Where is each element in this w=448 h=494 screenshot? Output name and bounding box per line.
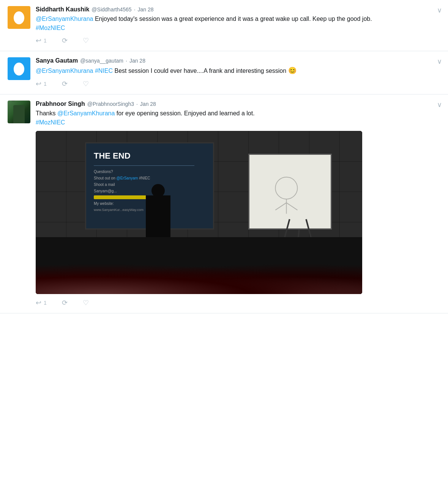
reply-count: 1: [44, 38, 47, 44]
whiteboard: [248, 154, 332, 230]
like-icon: ♡: [83, 299, 89, 307]
tweet-date: Jan 28: [138, 6, 154, 13]
screen-line2: Shout out on @ErSanyam #NIEC: [94, 176, 205, 180]
audience: [36, 264, 362, 294]
tweet-content: for eye opening session. Enjoyed and lea…: [117, 110, 255, 116]
tweet-content: Best session I could ever have....A fran…: [114, 68, 286, 74]
like-icon: ♡: [83, 36, 89, 45]
like-action[interactable]: ♡: [83, 36, 89, 45]
user-handle: @sanya__gautam: [80, 58, 123, 64]
tweet-date: Jan 28: [140, 101, 156, 107]
like-action[interactable]: ♡: [83, 299, 89, 307]
reply-action[interactable]: ↩ 1: [36, 299, 47, 307]
hashtag[interactable]: #MozNIEC: [36, 119, 65, 126]
mention[interactable]: @ErSanyamKhurana: [36, 68, 93, 74]
tweet-actions: ↩ 1 ⟳ ♡: [36, 36, 440, 45]
retweet-action[interactable]: ⟳: [62, 36, 68, 45]
user-name: Sanya Gautam: [36, 57, 78, 64]
user-name: Siddharth Kaushik: [36, 6, 89, 13]
avatar: [8, 6, 30, 29]
tweet-text: Thanks @ErSanyamKhurana for eye opening …: [36, 109, 440, 127]
retweet-icon: ⟳: [62, 299, 68, 307]
reply-action[interactable]: ↩ 1: [36, 36, 47, 45]
reply-icon: ↩: [36, 36, 41, 45]
tweet-content: Enjoyed today's session was a great expe…: [95, 16, 372, 22]
screen-title: THE END: [94, 151, 205, 161]
reply-icon: ↩: [36, 80, 41, 88]
like-icon: ♡: [83, 80, 89, 88]
tweet-1: Siddharth Kaushik @Siddharth4565 · Jan 2…: [0, 0, 448, 51]
tweet-header: Prabhnoor Singh @PrabhnoorSingh3 · Jan 2…: [36, 101, 440, 107]
retweet-icon: ⟳: [62, 80, 68, 88]
tweet-2: Sanya Gautam @sanya__gautam · Jan 28 @Er…: [0, 51, 448, 94]
screen-line3: Shoot a mail: [94, 182, 205, 187]
tweet-date: Jan 28: [129, 58, 145, 64]
tweet-header: Sanya Gautam @sanya__gautam · Jan 28: [36, 57, 440, 64]
svg-point-1: [14, 63, 24, 76]
egg-icon: [13, 10, 25, 25]
tweet-actions: ↩ 1 ⟳ ♡: [36, 299, 440, 307]
emoji: 😊: [288, 67, 297, 74]
tweet-body: Prabhnoor Singh @PrabhnoorSingh3 · Jan 2…: [36, 101, 440, 307]
like-action[interactable]: ♡: [83, 80, 89, 88]
svg-point-2: [275, 177, 297, 199]
mention[interactable]: @ErSanyamKhurana: [57, 110, 115, 116]
whiteboard-drawing: [257, 162, 323, 221]
room-scene: THE END Questions? Shout out on @ErSanya…: [36, 131, 362, 294]
person-head-silhouette: [9, 101, 17, 101]
screen-bar: [94, 195, 147, 199]
tweet-3: Prabhnoor Singh @PrabhnoorSingh3 · Jan 2…: [0, 94, 448, 313]
avatar: [8, 57, 30, 80]
tweet-text: @ErSanyamKhurana Enjoyed today's session…: [36, 14, 440, 33]
reply-count: 1: [44, 300, 47, 306]
tweet-body: Siddharth Kaushik @Siddharth4565 · Jan 2…: [36, 6, 440, 45]
hashtag-inline[interactable]: #NIEC: [95, 68, 113, 74]
retweet-action[interactable]: ⟳: [62, 80, 68, 88]
hashtag[interactable]: #MozNIEC: [36, 25, 65, 31]
tweet-text: @ErSanyamKhurana #NIEC Best session I co…: [36, 66, 440, 76]
retweet-action[interactable]: ⟳: [62, 299, 68, 307]
tweet-header: Siddharth Kaushik @Siddharth4565 · Jan 2…: [36, 6, 440, 13]
user-name: Prabhnoor Singh: [36, 101, 85, 107]
chevron-down-icon[interactable]: ∨: [437, 101, 442, 109]
svg-point-0: [14, 11, 24, 24]
person-body-silhouette: [13, 105, 25, 123]
user-handle: @PrabhnoorSingh3: [87, 101, 134, 107]
speaker-head: [151, 184, 165, 197]
reply-action[interactable]: ↩ 1: [36, 80, 47, 88]
svg-line-4: [275, 203, 286, 210]
egg-icon: [13, 61, 25, 76]
screen-line4: Sanyam@g...: [94, 189, 205, 193]
text-before: Thanks: [36, 110, 55, 116]
tweet-image: THE END Questions? Shout out on @ErSanya…: [36, 131, 362, 294]
user-handle: @Siddharth4565: [91, 6, 131, 13]
chevron-down-icon[interactable]: ∨: [437, 57, 442, 66]
svg-line-5: [286, 203, 297, 210]
reply-icon: ↩: [36, 299, 41, 307]
avatar: [8, 101, 30, 123]
chevron-down-icon[interactable]: ∨: [437, 6, 442, 14]
retweet-icon: ⟳: [62, 36, 68, 45]
screen-line1: Questions?: [94, 170, 205, 174]
tweet-body: Sanya Gautam @sanya__gautam · Jan 28 @Er…: [36, 57, 440, 88]
mention[interactable]: @ErSanyamKhurana: [36, 16, 93, 22]
tweet-actions: ↩ 1 ⟳ ♡: [36, 80, 440, 88]
reply-count: 1: [44, 81, 47, 87]
